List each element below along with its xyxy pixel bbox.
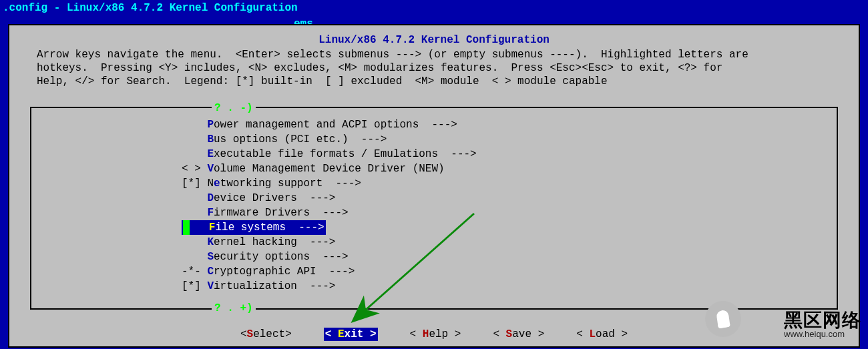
menu-item[interactable]: Kernel hacking ---> [182,235,477,250]
menu-item[interactable]: [*] Networking support ---> [182,176,477,191]
select-button[interactable]: <Select> [240,328,292,341]
menu-item[interactable]: Bus options (PCI etc.) ---> [182,132,477,147]
menu-item[interactable]: Firmware Drivers ---> [182,206,477,220]
menu-item[interactable]: Power management and ACPI options ---> [182,117,477,132]
menu-item[interactable]: -*- Cryptographic API ---> [182,264,477,279]
menu-item[interactable]: Device Drivers ---> [182,191,477,206]
exit-button[interactable]: < Exit > [324,328,378,341]
load-button[interactable]: < Load > [576,328,628,341]
menu-item[interactable]: [*] Virtualization ---> [182,279,477,294]
watermark-url: www.heiqu.com [784,330,861,338]
dialog-title: Linux/x86 4.7.2 Kernel Configuration [316,33,552,47]
button-bar: <Select>< Exit >< Help >< Save >< Load > [0,328,868,341]
watermark-cn: 黑区网络 [784,311,861,330]
scroll-down-indicator[interactable]: ? . +) [212,302,256,315]
help-text: Arrow keys navigate the menu. <Enter> se… [37,48,848,88]
menu-item[interactable]: < > Volume Management Device Driver (NEW… [182,161,477,176]
watermark-logo-icon [705,301,741,337]
help-button[interactable]: < Help > [410,328,461,341]
menu-item[interactable]: Executable file formats / Emulations ---… [182,147,477,161]
menu-item[interactable]: File systems ---> [182,220,477,235]
menu-list: Power management and ACPI options ---> B… [182,117,477,294]
menu-frame: ? . -) ? . +) Power management and ACPI … [30,107,838,310]
save-button[interactable]: < Save > [493,328,544,341]
watermark-text: 黑区网络 www.heiqu.com [784,311,861,338]
scroll-up-indicator[interactable]: ? . -) [212,101,256,115]
window-title: .config - Linux/x86 4.7.2 Kernel Configu… [0,0,868,15]
menu-item[interactable]: Security options ---> [182,250,477,264]
